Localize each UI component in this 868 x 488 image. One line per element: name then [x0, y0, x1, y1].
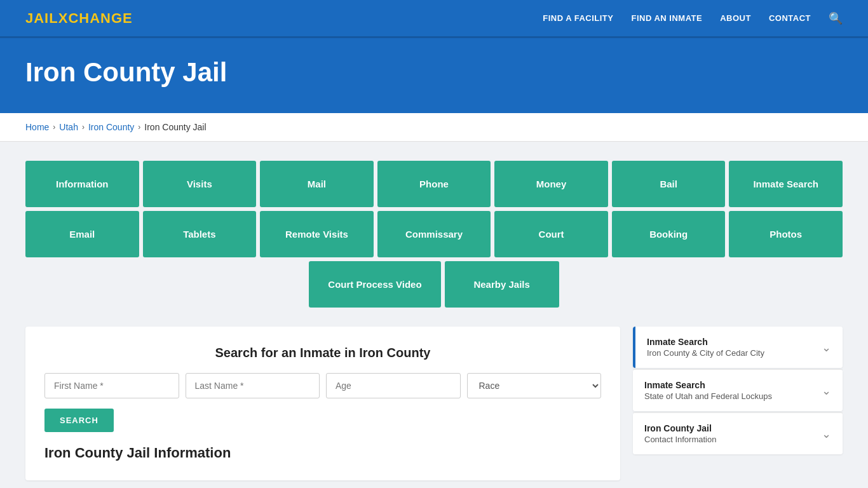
sidebar-card-0: Inmate Search Iron County & City of Ceda… [633, 327, 843, 368]
logo-x: X [58, 10, 69, 26]
sidebar-card-header-0[interactable]: Inmate Search Iron County & City of Ceda… [635, 327, 843, 368]
sidebar-card-title-2: Iron County Jail [644, 423, 716, 433]
btn-commissary[interactable]: Commissary [377, 211, 491, 257]
chevron-down-icon-0: ⌄ [822, 341, 831, 355]
breadcrumb-iron-county[interactable]: Iron County [88, 122, 134, 132]
age-input[interactable] [326, 373, 461, 398]
btn-court[interactable]: Court [494, 211, 608, 257]
chevron-down-icon-2: ⌄ [822, 427, 831, 441]
sidebar-card-subtitle-0: Iron County & City of Cedar City [647, 348, 764, 358]
search-fields: Race White Black Hispanic Asian Native A… [44, 373, 601, 398]
breadcrumb-sep-1: › [53, 123, 55, 132]
race-select[interactable]: Race White Black Hispanic Asian Native A… [467, 373, 602, 398]
button-grid-row3: Court Process Video Nearby Jails [25, 261, 843, 308]
nav-contact[interactable]: CONTACT [769, 13, 811, 23]
content-area: Search for an Inmate in Iron County Race… [25, 327, 843, 480]
sidebar-card-text-1: Inmate Search State of Utah and Federal … [644, 380, 772, 401]
info-section-title: Iron County Jail Information [44, 445, 601, 461]
info-section: Iron County Jail Information [44, 445, 601, 461]
breadcrumb-home[interactable]: Home [25, 122, 49, 132]
breadcrumb-bar: Home › Utah › Iron County › Iron County … [0, 113, 868, 142]
search-box: Search for an Inmate in Iron County Race… [25, 327, 620, 480]
logo[interactable]: JAILXCHANGE [25, 10, 133, 27]
search-icon[interactable]: 🔍 [829, 11, 843, 25]
sidebar-card-subtitle-1: State of Utah and Federal Lockups [644, 391, 772, 401]
btn-remote-visits[interactable]: Remote Visits [260, 211, 374, 257]
sidebar-card-text-0: Inmate Search Iron County & City of Ceda… [647, 337, 764, 358]
button-grid-row1: Information Visits Mail Phone Money Bail… [25, 161, 843, 207]
btn-bail[interactable]: Bail [612, 161, 726, 207]
btn-inmate-search[interactable]: Inmate Search [729, 161, 843, 207]
nav-find-inmate[interactable]: FIND AN INMATE [631, 13, 702, 23]
button-grid-row2: Email Tablets Remote Visits Commissary C… [25, 211, 843, 257]
sidebar-card-subtitle-2: Contact Information [644, 435, 716, 444]
sidebar-card-title-1: Inmate Search [644, 380, 772, 390]
sidebar-card-2: Iron County Jail Contact Information ⌄ [633, 413, 843, 454]
hero-section: Iron County Jail [0, 38, 868, 113]
nav: FIND A FACILITY FIND AN INMATE ABOUT CON… [543, 11, 843, 25]
first-name-input[interactable] [44, 373, 179, 398]
sidebar-card-text-2: Iron County Jail Contact Information [644, 423, 716, 444]
btn-phone[interactable]: Phone [377, 161, 491, 207]
last-name-input[interactable] [186, 373, 320, 398]
nav-about[interactable]: ABOUT [720, 13, 751, 23]
breadcrumb-sep-3: › [138, 123, 140, 132]
logo-jail: JAIL [25, 10, 58, 26]
btn-mail[interactable]: Mail [260, 161, 374, 207]
sidebar-card-1: Inmate Search State of Utah and Federal … [633, 370, 843, 411]
breadcrumb: Home › Utah › Iron County › Iron County … [25, 122, 843, 132]
btn-nearby-jails[interactable]: Nearby Jails [445, 261, 559, 308]
btn-email[interactable]: Email [25, 211, 139, 257]
btn-tablets[interactable]: Tablets [143, 211, 257, 257]
search-title: Search for an Inmate in Iron County [44, 346, 601, 360]
btn-money[interactable]: Money [494, 161, 608, 207]
chevron-down-icon-1: ⌄ [822, 384, 831, 398]
btn-visits[interactable]: Visits [143, 161, 257, 207]
btn-information[interactable]: Information [25, 161, 139, 207]
main-content: Information Visits Mail Phone Money Bail… [0, 142, 868, 488]
breadcrumb-sep-2: › [82, 123, 85, 132]
sidebar-card-header-1[interactable]: Inmate Search State of Utah and Federal … [633, 370, 843, 411]
sidebar-card-header-2[interactable]: Iron County Jail Contact Information ⌄ [633, 413, 843, 454]
page-title: Iron County Jail [25, 57, 843, 88]
logo-exchange: CHANGE [68, 10, 132, 26]
sidebar: Inmate Search Iron County & City of Ceda… [633, 327, 843, 456]
nav-find-facility[interactable]: FIND A FACILITY [543, 13, 613, 23]
btn-booking[interactable]: Booking [612, 211, 726, 257]
breadcrumb-current: Iron County Jail [144, 122, 206, 132]
header: JAILXCHANGE FIND A FACILITY FIND AN INMA… [0, 0, 868, 38]
breadcrumb-utah[interactable]: Utah [59, 122, 78, 132]
btn-photos[interactable]: Photos [729, 211, 843, 257]
search-button[interactable]: SEARCH [44, 409, 114, 432]
btn-court-process-video[interactable]: Court Process Video [309, 261, 440, 308]
sidebar-card-title-0: Inmate Search [647, 337, 764, 347]
